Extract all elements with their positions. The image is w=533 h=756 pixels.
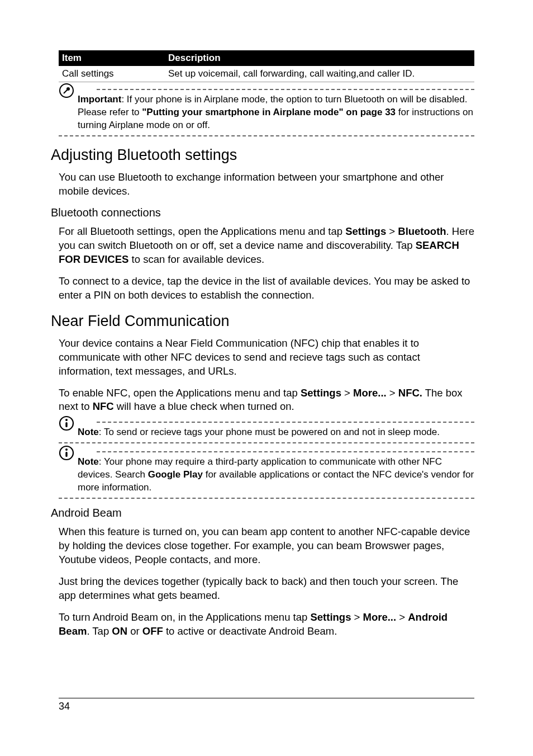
note-block: Note: To send or recieve tags your phone… bbox=[59, 422, 474, 443]
text-part: > bbox=[351, 611, 363, 623]
text-part: > bbox=[387, 387, 398, 399]
note-label: Note bbox=[78, 456, 99, 467]
body-text: To turn Android Beam on, in the Applicat… bbox=[59, 611, 474, 639]
svg-rect-7 bbox=[65, 452, 67, 457]
nfc-label: NFC. bbox=[398, 387, 422, 399]
text-part: or bbox=[127, 625, 142, 637]
text-part: To enable NFC, open the Applications men… bbox=[59, 387, 301, 399]
settings-label: Settings bbox=[345, 225, 386, 237]
section-heading-nfc: Near Field Communication bbox=[51, 313, 474, 330]
subsection-heading-android-beam: Android Beam bbox=[51, 507, 474, 519]
note-label: Note bbox=[78, 427, 99, 437]
text-part: > bbox=[386, 225, 398, 237]
bluetooth-label: Bluetooth bbox=[398, 225, 446, 237]
google-play-label: Google Play bbox=[148, 469, 203, 480]
svg-rect-4 bbox=[65, 422, 67, 427]
more-label: More... bbox=[353, 387, 387, 399]
page-footer: 34 bbox=[59, 698, 474, 712]
pin-icon bbox=[59, 83, 74, 98]
text-part: To turn Android Beam on, in the Applicat… bbox=[59, 611, 310, 623]
table-cell-desc: Set up voicemail, call forwarding, call … bbox=[165, 66, 474, 82]
body-text: To enable NFC, open the Applications men… bbox=[59, 386, 474, 414]
info-icon bbox=[59, 415, 74, 431]
important-label: Important bbox=[78, 94, 121, 105]
body-text: For all Bluetooth settings, open the App… bbox=[59, 225, 474, 267]
svg-point-6 bbox=[65, 448, 68, 451]
body-text: Your device contains a Near Field Commun… bbox=[59, 337, 474, 379]
text-part: : To send or recieve tags your phone mus… bbox=[99, 427, 440, 437]
section-heading-bluetooth: Adjusting Bluetooth settings bbox=[51, 147, 474, 164]
body-text: Just bring the devices together (typical… bbox=[59, 575, 474, 603]
settings-table: Item Description Call settings Set up vo… bbox=[59, 50, 474, 82]
settings-label: Settings bbox=[301, 387, 341, 399]
settings-label: Settings bbox=[310, 611, 351, 623]
text-part: . Tap bbox=[87, 625, 112, 637]
table-header-description: Description bbox=[165, 50, 474, 66]
svg-point-3 bbox=[65, 419, 68, 421]
table-cell-item: Call settings bbox=[59, 66, 165, 82]
text-part: to active or deactivate Android Beam. bbox=[163, 625, 337, 637]
body-text: To connect to a device, tap the device i… bbox=[59, 275, 474, 303]
table-header-item: Item bbox=[59, 50, 165, 66]
body-text: You can use Bluetooth to exchange inform… bbox=[59, 171, 474, 199]
more-label: More... bbox=[363, 611, 397, 623]
subsection-heading-bluetooth-connections: Bluetooth connections bbox=[51, 206, 474, 219]
important-note: Important: If your phone is in Airplane … bbox=[59, 89, 474, 136]
note-ref: "Putting your smartphone in Airplane mod… bbox=[142, 107, 396, 117]
text-part: will have a blue check when turned on. bbox=[114, 400, 294, 412]
note-block: Note: Your phone may require a third-par… bbox=[59, 451, 474, 499]
svg-point-1 bbox=[66, 87, 70, 91]
text-part: to scan for available devices. bbox=[129, 253, 264, 265]
note-text: Note: To send or recieve tags your phone… bbox=[78, 426, 474, 439]
body-text: When this feature is turned on, you can … bbox=[59, 525, 474, 567]
on-label: ON bbox=[112, 625, 127, 637]
important-note-text: Important: If your phone is in Airplane … bbox=[78, 93, 474, 132]
text-part: > bbox=[341, 387, 353, 399]
note-text: Note: Your phone may require a third-par… bbox=[78, 456, 474, 494]
text-part: For all Bluetooth settings, open the App… bbox=[59, 225, 345, 237]
table-row: Call settings Set up voicemail, call for… bbox=[59, 66, 474, 82]
text-part: > bbox=[396, 611, 408, 623]
off-label: OFF bbox=[142, 625, 163, 637]
page-number: 34 bbox=[59, 701, 70, 712]
nfc-label: NFC bbox=[93, 400, 114, 412]
info-icon bbox=[59, 445, 74, 461]
table-header-row: Item Description bbox=[59, 50, 474, 66]
